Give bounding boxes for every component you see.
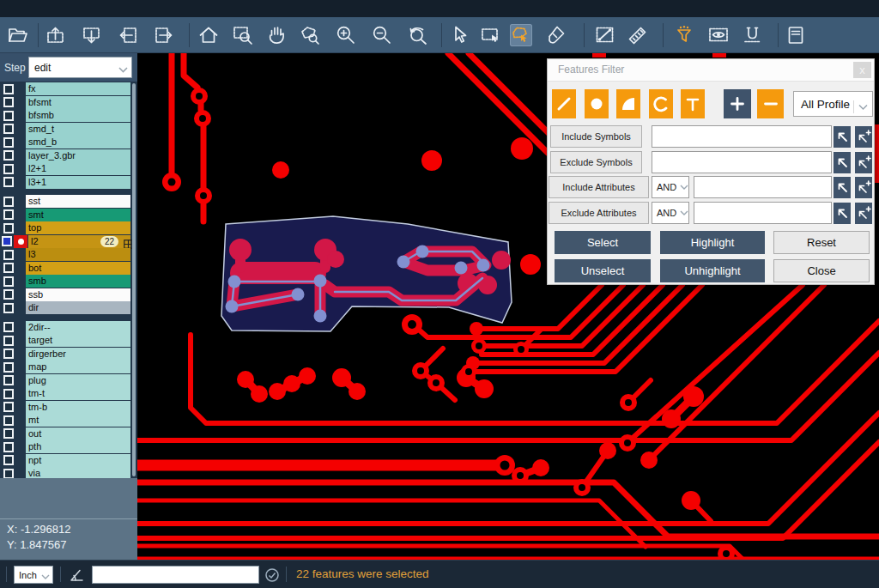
filter-pads-button[interactable] [585,89,609,118]
layer-visibility-checkbox[interactable] [3,455,14,465]
layer-visibility-checkbox[interactable] [3,415,14,426]
layer-visibility-checkbox[interactable] [3,111,14,121]
pan-down-icon[interactable] [81,24,103,46]
layer-name[interactable]: smt [26,209,130,221]
layers-form-icon[interactable] [785,24,807,46]
filter-text-button[interactable] [681,89,705,118]
layer-visibility-checkbox[interactable] [3,375,14,385]
pick-add-from-canvas-button[interactable] [855,126,872,148]
profile-select[interactable]: All Profile [793,91,873,117]
pick-add-from-canvas-button[interactable] [855,203,872,224]
layer-name[interactable]: tm-b [26,401,130,414]
layer-row[interactable]: out [0,427,137,441]
layer-visibility-checkbox[interactable] [3,276,14,287]
unhighlight-button[interactable]: Unhighlight [660,259,765,282]
layer-row[interactable]: map [0,361,137,374]
dialog-titlebar[interactable]: Features Filter x [548,59,874,82]
select-polygon-icon[interactable] [510,24,532,46]
exclude-attributes-input[interactable] [694,202,832,224]
layer-name[interactable]: l3 [26,248,130,261]
highlight-button[interactable]: Highlight [660,231,765,254]
filter-add-button[interactable] [724,89,751,118]
layer-row[interactable]: sst [0,195,137,209]
include-attributes-button[interactable]: Include Attributes [549,176,649,198]
pick-from-canvas-button[interactable] [834,203,851,224]
layer-row[interactable]: l2 22 [0,235,137,249]
layer-name[interactable]: target [26,334,130,347]
pick-from-canvas-button[interactable] [834,152,851,173]
layer-visibility-checkbox[interactable] [3,209,14,220]
layer-visibility-checkbox[interactable] [3,389,14,399]
layer-name[interactable]: smb [26,275,130,288]
layer-visibility-checkbox[interactable] [3,164,14,174]
filter-lines-button[interactable] [552,89,576,118]
step-select[interactable]: edit [28,57,132,78]
layer-row[interactable]: mt [0,414,137,427]
layer-visibility-checkbox[interactable] [3,97,14,107]
include-symbols-input[interactable] [652,125,832,148]
command-input[interactable] [92,566,259,584]
layer-visibility-checkbox[interactable] [3,250,14,260]
layer-name[interactable]: fx [26,82,130,95]
pick-add-from-canvas-button[interactable] [855,152,872,173]
layer-name[interactable]: sst [26,195,130,208]
pan-right-icon[interactable] [153,24,175,46]
layer-row[interactable]: smt [0,209,137,222]
layer-name[interactable]: bfsmb [26,109,130,122]
layer-name[interactable]: bot [26,262,130,275]
layer-row[interactable]: l2+1 [0,162,137,176]
layer-row[interactable]: layer_3.gbr [0,149,137,163]
layer-name[interactable]: tm-t [26,387,130,400]
pick-from-canvas-button[interactable] [834,177,851,198]
layer-name[interactable]: pth [26,440,130,453]
layer-name[interactable]: l2+1 [26,162,130,175]
layer-name[interactable]: l3+1 [26,176,130,189]
select-button[interactable]: Select [555,231,651,254]
view-options-eye-icon[interactable] [707,24,730,46]
include-symbols-button[interactable]: Include Symbols [550,125,642,148]
select-cursor-icon[interactable] [448,24,470,46]
layer-visibility-checkbox[interactable] [3,263,14,273]
layer-row[interactable]: ssb [0,288,137,302]
layer-row[interactable]: dir [0,301,137,315]
filter-remove-button[interactable] [757,89,784,118]
layer-name[interactable]: top [26,221,130,234]
unit-select[interactable]: Inch [14,566,53,584]
layer-row[interactable]: smd_b [0,136,137,149]
measure-ruler-icon[interactable] [627,24,649,46]
layer-visibility-checkbox[interactable] [3,303,14,313]
pick-add-from-canvas-button[interactable] [855,177,872,198]
layer-name[interactable]: dir [26,301,130,314]
pan-hand-icon[interactable] [266,24,288,46]
layer-row[interactable]: plug [0,374,137,388]
layer-row[interactable]: top [0,221,137,235]
exclude-attributes-button[interactable]: Exclude Attributes [549,202,649,224]
layer-visibility-checkbox[interactable] [3,137,14,148]
layer-visibility-checkbox[interactable] [3,402,14,412]
filter-surfaces-button[interactable] [616,89,640,118]
layer-row[interactable]: 2dir-- [0,321,137,335]
layer-name[interactable]: 2dir-- [26,321,130,334]
layer-visibility-checkbox[interactable] [3,177,14,187]
layer-name[interactable]: npt [26,454,130,467]
include-attributes-input[interactable] [694,176,832,198]
layer-list-scrollbar[interactable] [132,83,136,476]
angle-measure-icon[interactable] [69,567,85,586]
home-view-icon[interactable] [197,24,220,46]
layer-visibility-checkbox[interactable] [3,150,14,161]
layer-name[interactable]: smd_t [26,123,130,136]
layer-row[interactable]: dirgerber [0,348,137,361]
layer-name[interactable]: dirgerber [26,348,130,361]
layer-name[interactable]: bfsmt [26,96,130,109]
layer-visibility-checkbox[interactable] [3,428,14,439]
layer-visibility-checkbox[interactable] [3,469,14,479]
pick-from-canvas-button[interactable] [834,126,851,148]
layer-visibility-checkbox[interactable] [3,442,14,452]
zoom-in-icon[interactable] [335,24,357,46]
layer-row[interactable]: tm-t [0,387,137,401]
exclude-symbols-button[interactable]: Exclude Symbols [550,151,642,173]
close-icon[interactable]: x [853,62,871,78]
layer-visibility-checkbox[interactable] [3,197,14,207]
exclude-attributes-and-select[interactable]: AND [652,202,689,224]
layer-name[interactable]: ssb [26,288,130,301]
